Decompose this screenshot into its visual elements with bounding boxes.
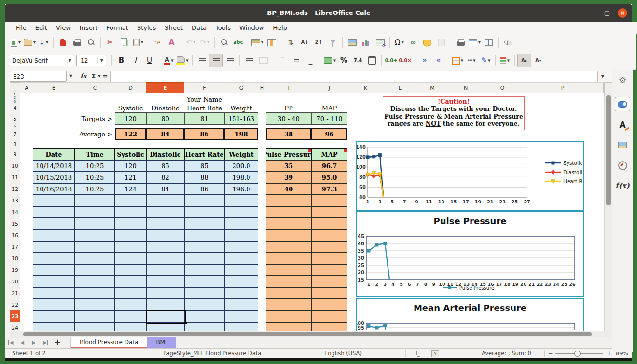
column-header-I[interactable]: I [266, 82, 312, 93]
table-row[interactable]: 10/16/2018 [33, 183, 75, 195]
empty-cell[interactable] [224, 206, 258, 218]
empty-cell[interactable] [266, 299, 311, 310]
sort-ascending-icon[interactable]: A↓ [298, 36, 311, 49]
zoom-slider-thumb[interactable] [574, 351, 581, 357]
table-row[interactable]: 198.0 [224, 172, 258, 183]
column-header-D[interactable]: D [115, 82, 147, 93]
empty-cell[interactable] [146, 206, 184, 218]
cell-G4[interactable]: Weight [224, 104, 258, 112]
font-size-combobox[interactable]: 12 ▼ [76, 55, 106, 66]
empty-cell[interactable] [311, 241, 347, 253]
previous-sheet-icon[interactable]: ◀ [16, 337, 28, 348]
column-header-A[interactable]: A [20, 82, 33, 93]
border-style-icon[interactable]: ┅▼ [465, 54, 478, 67]
empty-cell[interactable] [33, 264, 75, 276]
text-direction-ttb-icon[interactable]: A▾ [532, 54, 545, 67]
table-row[interactable]: 10:25 [75, 183, 115, 195]
row-header-17[interactable]: 17 [10, 241, 20, 253]
table-row[interactable]: 120 [115, 160, 146, 172]
row-header-12[interactable]: 12 [10, 183, 20, 195]
cell-I7[interactable]: 38 [266, 128, 311, 140]
add-decimal-icon[interactable]: 0.0+ [385, 54, 398, 67]
maximize-button[interactable]: ▢ [603, 9, 611, 16]
column-header-K[interactable]: K [347, 82, 384, 93]
empty-cell[interactable] [184, 229, 224, 241]
next-sheet-icon[interactable]: ▶ [28, 337, 40, 348]
row-header-23[interactable]: 23 [10, 310, 20, 323]
bold-icon[interactable]: B [115, 54, 128, 67]
empty-cell[interactable] [146, 229, 184, 241]
table-row[interactable]: 10:25 [75, 160, 115, 172]
center-vertically-icon[interactable]: = [290, 54, 303, 67]
cell-average-label[interactable]: Average > [75, 128, 115, 140]
formula-bar-expand-icon[interactable]: ▼ [597, 71, 608, 81]
empty-cell[interactable] [311, 287, 347, 299]
empty-cell[interactable] [266, 253, 311, 264]
row-header-24[interactable]: 24 [10, 322, 20, 331]
sort-descending-icon[interactable]: Z↑ [312, 36, 325, 49]
undo-dropdown-icon[interactable]: ▼ [193, 40, 195, 44]
table-row[interactable]: 85 [184, 160, 224, 172]
cell-targets-label[interactable]: Targets > [75, 112, 115, 125]
empty-cell[interactable] [184, 264, 224, 276]
cell-F5[interactable]: 81 [184, 112, 224, 125]
column-header-C[interactable]: C [75, 82, 115, 93]
empty-cell[interactable] [266, 287, 311, 299]
sheet-tab-bmi[interactable]: BMI [147, 337, 176, 348]
empty-cell[interactable] [266, 206, 311, 218]
special-character-icon[interactable]: Ω▼ [393, 36, 406, 49]
empty-cell[interactable] [311, 253, 347, 264]
empty-cell[interactable] [224, 287, 258, 299]
clear-formatting-icon[interactable]: A [165, 36, 178, 49]
border-color-dropdown-icon[interactable]: ▼ [488, 59, 490, 63]
empty-cell[interactable] [115, 287, 146, 299]
menu-tools[interactable]: Tools [211, 23, 235, 32]
column-header-H[interactable]: H [258, 82, 266, 93]
row-header-9[interactable]: 9 [10, 148, 20, 161]
empty-cell[interactable] [311, 229, 347, 241]
new-spreadsheet-dropdown-icon[interactable]: ▼ [18, 40, 21, 44]
table-row[interactable]: 97.3 [311, 183, 347, 195]
empty-cell[interactable] [184, 287, 224, 299]
empty-cell[interactable] [224, 299, 258, 310]
table-row[interactable]: 200.0 [224, 160, 258, 172]
increase-indent-icon[interactable]: » [418, 54, 431, 67]
cell-I5[interactable]: 30 - 40 [266, 112, 311, 125]
empty-cell[interactable] [311, 310, 347, 322]
language-status[interactable]: English (USA) [324, 349, 362, 358]
row-header-5[interactable]: 5 [10, 112, 20, 125]
selection-stats[interactable]: Average: ; Sum: 0 [482, 349, 531, 358]
cell-J9[interactable]: MAP [311, 148, 347, 160]
highlighting-color-dropdown-icon[interactable]: ▼ [186, 59, 188, 63]
empty-cell[interactable] [146, 195, 184, 206]
paste-dropdown-icon[interactable]: ▼ [141, 40, 143, 44]
align-center-icon[interactable] [209, 54, 222, 67]
empty-cell[interactable] [75, 310, 115, 322]
currency-dropdown-icon[interactable]: ▼ [333, 59, 336, 63]
empty-cell[interactable] [115, 229, 146, 241]
wrap-text-icon[interactable] [243, 54, 256, 67]
empty-cell[interactable] [146, 276, 184, 287]
empty-cell[interactable] [184, 276, 224, 287]
insert-image-icon[interactable] [346, 36, 359, 49]
find-replace-icon[interactable] [218, 36, 231, 49]
row-header-8[interactable]: 8 [10, 140, 20, 149]
clone-formatting-icon[interactable]: ✑ [151, 36, 164, 49]
column-header-O[interactable]: O [483, 82, 523, 93]
row-header-4[interactable]: 4 [10, 104, 20, 113]
cell-F4[interactable]: Heart Rate [184, 104, 224, 112]
sort-icon[interactable]: ⇅ [284, 36, 297, 49]
special-character-dropdown-icon[interactable]: ▼ [402, 40, 404, 44]
empty-cell[interactable] [184, 253, 224, 264]
percent-icon[interactable]: % [337, 54, 350, 67]
freeze-panes-dropdown-icon[interactable]: ▼ [478, 40, 481, 44]
functions-deck-icon[interactable]: f(x) [615, 179, 630, 192]
empty-cell[interactable] [224, 195, 258, 206]
empty-cell[interactable] [75, 253, 115, 264]
empty-cell[interactable] [33, 195, 75, 206]
empty-cell[interactable] [33, 253, 75, 264]
cell-D4[interactable]: Systolic [115, 104, 146, 112]
align-right-icon[interactable] [223, 54, 236, 67]
empty-cell[interactable] [146, 299, 184, 310]
gallery-deck-icon[interactable] [615, 138, 630, 152]
